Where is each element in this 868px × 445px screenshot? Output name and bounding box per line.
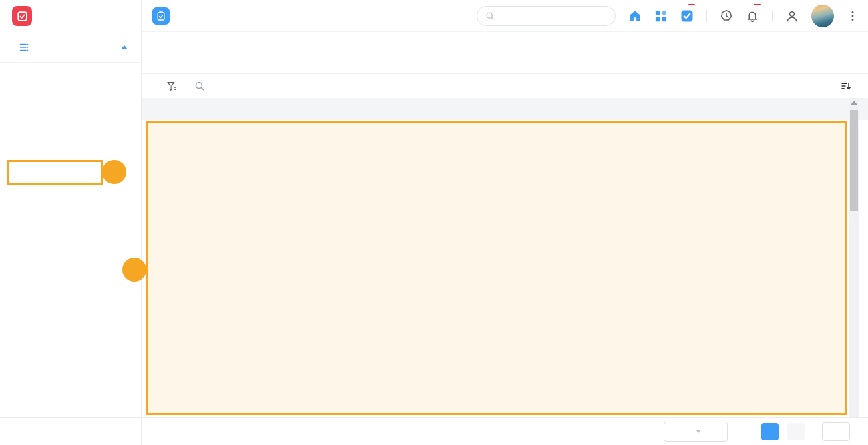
topbar-divider [772, 10, 773, 22]
task-center-app [0, 0, 868, 445]
pagination-bar [142, 417, 868, 445]
task-list [142, 120, 868, 417]
history-clock-icon[interactable] [720, 9, 733, 23]
apps-grid-icon[interactable] [654, 9, 668, 23]
global-search-input[interactable] [499, 11, 600, 21]
app-logo-row[interactable] [0, 0, 141, 32]
scroll-up-arrow-icon[interactable] [851, 101, 857, 105]
home-icon[interactable] [628, 9, 642, 23]
toolbar-divider [158, 81, 158, 91]
main-area [142, 0, 868, 445]
keyword-search-icon [194, 81, 205, 91]
notification-count-badge [753, 3, 761, 6]
app-logo-icon [12, 6, 32, 26]
sidebar [0, 0, 142, 445]
status-filter-tabs [142, 32, 868, 73]
chevron-up-icon [121, 45, 128, 49]
sidebar-footer[interactable] [0, 417, 141, 445]
user-avatar[interactable] [811, 5, 834, 27]
kebab-menu-icon[interactable] [847, 10, 859, 22]
topbar [142, 0, 868, 32]
sidebar-group-my-tasks[interactable] [0, 32, 141, 63]
support-person-icon[interactable] [785, 9, 799, 23]
current-page-button[interactable] [761, 423, 779, 440]
next-page-button[interactable] [787, 423, 805, 440]
toolbar-divider [186, 81, 186, 91]
bell-icon[interactable] [746, 9, 759, 23]
menu-list-icon [19, 42, 29, 53]
list-scrollbar[interactable] [849, 98, 859, 417]
page-size-select[interactable] [664, 422, 728, 442]
sort-icon [841, 81, 851, 91]
table-header [142, 98, 868, 120]
task-count-badge [688, 3, 696, 6]
goto-page-input[interactable] [822, 422, 850, 441]
filter-funnel-icon[interactable] [166, 81, 178, 92]
topbar-right [477, 5, 859, 27]
sort-button[interactable] [841, 81, 855, 91]
chevron-down-icon [696, 430, 701, 433]
sidebar-divider [0, 65, 141, 65]
tasks-check-icon[interactable] [680, 9, 694, 23]
topbar-divider [706, 10, 707, 22]
list-toolbar [142, 73, 868, 98]
scrollbar-thumb[interactable] [850, 110, 858, 211]
page-clipboard-icon [152, 7, 170, 25]
global-search[interactable] [477, 6, 616, 26]
search-icon [485, 11, 495, 21]
